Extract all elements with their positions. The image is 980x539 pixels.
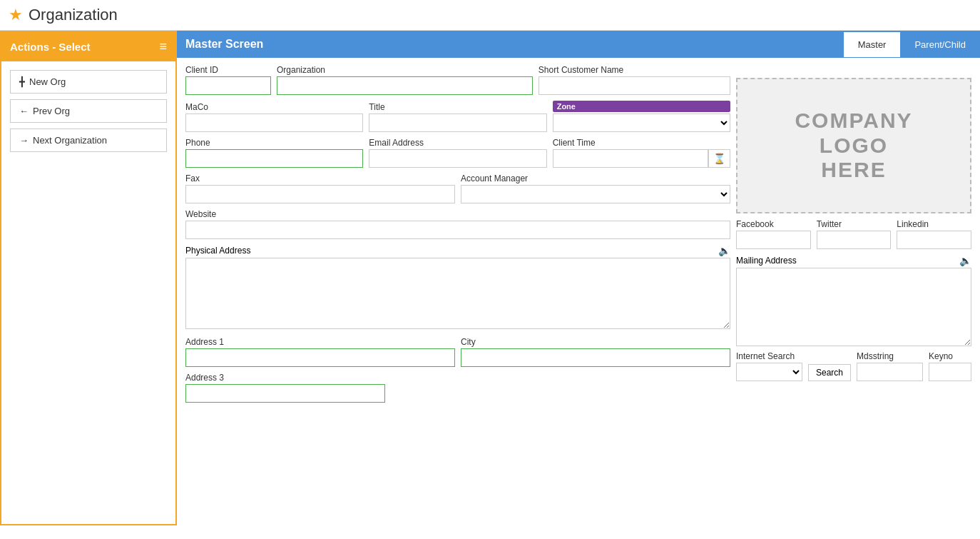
app-header: ★ Organization	[0, 0, 980, 31]
keyno-group: Keyno 0	[929, 351, 971, 381]
physical-address-label: Physical Address	[185, 246, 250, 256]
logo-line1: COMPANY	[795, 109, 912, 134]
title-label: Title	[369, 102, 546, 112]
organization-label: Organization	[277, 65, 533, 75]
zone-badge: Zone	[553, 101, 730, 112]
facebook-input[interactable]	[736, 231, 811, 249]
logo-text: COMPANY LOGO HERE	[795, 109, 912, 183]
keyno-label: Keyno	[929, 351, 971, 361]
fax-input[interactable]	[185, 185, 455, 203]
menu-icon[interactable]: ≡	[159, 39, 167, 54]
address1-group: Address 1	[185, 337, 455, 367]
address1-input[interactable]	[185, 348, 455, 367]
linkedin-input[interactable]	[897, 231, 971, 249]
mdsstring-input[interactable]	[857, 363, 923, 381]
prev-org-label: Prev Org	[33, 106, 70, 116]
internet-search-group: Internet Search	[736, 351, 802, 381]
search-button-group: Search	[808, 364, 851, 381]
mailing-address-label: Mailing Address	[736, 256, 797, 266]
prev-org-button[interactable]: ← Prev Org	[10, 99, 167, 123]
email-input[interactable]	[369, 149, 546, 168]
form-area: Client ID Organization Short Customer Na…	[177, 58, 980, 525]
maco-label: MaCo	[185, 102, 363, 112]
tab-master[interactable]: Master	[844, 32, 901, 57]
city-input[interactable]	[461, 348, 730, 367]
short-customer-name-input[interactable]	[539, 76, 730, 95]
next-org-label: Next Organization	[33, 135, 107, 146]
actions-select-label: Actions - Select	[10, 41, 91, 53]
physical-address-textarea[interactable]	[185, 258, 730, 329]
website-input[interactable]	[185, 221, 730, 239]
master-screen-title: Master Screen	[185, 31, 263, 58]
tab-parent-child[interactable]: Parent/Child	[900, 32, 980, 57]
plus-icon: ╋	[19, 76, 25, 87]
email-label: Email Address	[369, 138, 546, 148]
client-time-label: Client Time	[553, 138, 730, 148]
twitter-group: Twitter	[817, 219, 892, 249]
linkedin-label: Linkedin	[897, 219, 971, 229]
phone-group: Phone	[185, 138, 363, 168]
internet-search-select[interactable]	[736, 363, 802, 381]
short-customer-name-label: Short Customer Name	[539, 65, 730, 75]
app-title: Organization	[29, 6, 118, 24]
city-group: City	[461, 337, 730, 367]
short-customer-name-group: Short Customer Name	[539, 65, 730, 95]
physical-address-section: Physical Address 🔈	[185, 245, 730, 331]
new-org-button[interactable]: ╋ New Org	[10, 70, 167, 94]
tab-bar: Master Screen Master Parent/Child	[177, 31, 980, 58]
mdsstring-group: Mdsstring	[857, 351, 923, 381]
social-row: Facebook Twitter Linkedin	[736, 219, 971, 249]
star-icon: ★	[9, 6, 23, 24]
new-org-label: New Org	[29, 76, 66, 87]
address3-label: Address 3	[185, 373, 385, 383]
logo-section: COMPANY LOGO HERE Facebook Twitter	[736, 65, 971, 408]
tabs: Master Parent/Child	[844, 32, 980, 57]
search-button[interactable]: Search	[808, 364, 851, 381]
account-manager-select[interactable]	[461, 185, 730, 203]
fax-group: Fax	[185, 173, 455, 203]
keyno-input[interactable]: 0	[929, 363, 971, 381]
email-group: Email Address	[369, 138, 546, 168]
mailing-address-section: Mailing Address 🔈	[736, 255, 971, 348]
mailing-address-textarea[interactable]	[736, 268, 971, 346]
website-label: Website	[185, 209, 730, 219]
address3-input[interactable]	[185, 384, 385, 403]
twitter-input[interactable]	[817, 231, 892, 249]
address3-group: Address 3	[185, 373, 385, 403]
bottom-bar: Internet Search Search Mdsstring	[736, 351, 971, 381]
title-input[interactable]	[369, 114, 546, 132]
zone-group: Zone	[553, 101, 730, 132]
content-area: Master Screen Master Parent/Child Client…	[177, 31, 980, 525]
organization-group: Organization	[277, 65, 533, 95]
organization-input[interactable]	[277, 76, 533, 95]
phone-input[interactable]	[185, 149, 363, 168]
mailing-address-sound-icon[interactable]: 🔈	[959, 255, 971, 266]
client-id-input[interactable]	[185, 76, 271, 95]
next-org-button[interactable]: → Next Organization	[10, 129, 167, 152]
logo-placeholder: COMPANY LOGO HERE	[736, 78, 971, 213]
row-website: Website	[185, 209, 730, 239]
maco-input[interactable]	[185, 114, 363, 132]
account-manager-label: Account Manager	[461, 173, 730, 183]
logo-line2: LOGO	[795, 134, 912, 158]
facebook-group: Facebook	[736, 219, 811, 249]
row-maco-title-zone: MaCo Title Zone	[185, 101, 730, 132]
fax-label: Fax	[185, 173, 455, 183]
client-id-group: Client ID	[185, 65, 271, 95]
arrow-right-icon: →	[19, 135, 29, 146]
internet-search-label: Internet Search	[736, 351, 802, 361]
client-time-input[interactable]	[553, 149, 708, 168]
website-group: Website	[185, 209, 730, 239]
maco-group: MaCo	[185, 102, 363, 132]
zone-select[interactable]	[553, 114, 730, 132]
address1-label: Address 1	[185, 337, 455, 347]
account-manager-group: Account Manager	[461, 173, 730, 203]
title-group: Title	[369, 102, 546, 132]
left-form: Client ID Organization Short Customer Na…	[185, 65, 730, 408]
physical-address-sound-icon[interactable]: 🔈	[718, 245, 730, 256]
client-id-label: Client ID	[185, 65, 271, 75]
clock-button[interactable]: ⌛	[708, 149, 730, 168]
facebook-label: Facebook	[736, 219, 811, 229]
main-layout: Actions - Select ≡ ╋ New Org ← Prev Org …	[0, 31, 980, 525]
row-addr3: Address 3	[185, 373, 730, 403]
